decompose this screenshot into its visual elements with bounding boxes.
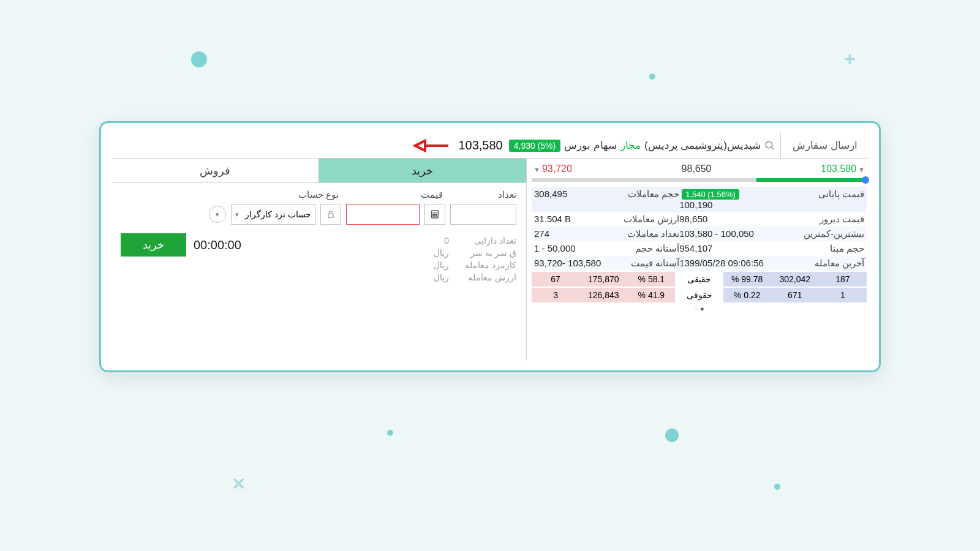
unlock-icon bbox=[326, 210, 335, 219]
top-price: 103,580 bbox=[458, 138, 502, 152]
trader-type-row-real: 187 302,042 99.78 % حقیقی 58.1 % 175,870… bbox=[532, 272, 867, 287]
calculator-icon bbox=[430, 209, 440, 219]
price-mid: 98,650 bbox=[682, 163, 712, 174]
account-select[interactable]: حساب نزد کارگزار ▾ bbox=[231, 204, 315, 225]
exchange-label: سهام بورس bbox=[564, 139, 617, 152]
stock-name[interactable]: شپدیس(پتروشیمی پردیس) bbox=[644, 139, 761, 152]
svg-rect-10 bbox=[328, 214, 333, 217]
quantity-input[interactable] bbox=[450, 204, 516, 225]
change-badge: 4,930 (5%) bbox=[509, 140, 560, 152]
calculator-button[interactable] bbox=[424, 204, 445, 225]
price-high: ▼103,580 bbox=[821, 163, 867, 174]
svg-point-4 bbox=[433, 214, 434, 214]
svg-point-6 bbox=[436, 214, 437, 214]
buy-button[interactable]: خرید bbox=[121, 233, 186, 257]
order-panel: ارسال سفارش شپدیس(پتروشیمی پردیس) مجاز س… bbox=[99, 121, 881, 372]
break-even-label: ق سر به سر bbox=[455, 248, 516, 258]
more-dropdown[interactable]: ▾ bbox=[209, 206, 226, 223]
stat-final-price: قیمت پایانی 1,540 (1.56%)100,190 حجم معا… bbox=[532, 187, 867, 212]
svg-point-7 bbox=[433, 216, 434, 216]
svg-line-1 bbox=[771, 147, 774, 149]
asset-count-label: تعداد دارایی bbox=[455, 236, 516, 246]
status-badge: مجاز bbox=[620, 139, 641, 152]
svg-point-9 bbox=[436, 216, 437, 216]
account-type-label: نوع حساب bbox=[241, 189, 339, 200]
order-form-pane: خرید فروش تعداد قیمت نوع حساب bbox=[111, 159, 526, 361]
stock-info-pane: ▼103,580 98,650 93,720▼ قیمت پایانی 1,54… bbox=[526, 159, 869, 361]
arrow-icon bbox=[413, 138, 450, 154]
price-slider[interactable] bbox=[532, 178, 867, 182]
price-low: 93,720▼ bbox=[532, 163, 572, 174]
price-label: قیمت bbox=[339, 189, 443, 200]
topbar: ارسال سفارش شپدیس(پتروشیمی پردیس) مجاز س… bbox=[111, 133, 869, 159]
stat-basevol: حجم مبنا 954,107 آستانه حجم 1 - 50,000 bbox=[532, 241, 867, 256]
break-even-value: ریال bbox=[434, 248, 449, 258]
stat-highlow: بیشترین-کمترین 103,580 - 100,050 تعداد م… bbox=[532, 227, 867, 241]
search-icon[interactable] bbox=[764, 140, 775, 151]
trade-value-label: ارزش معامله bbox=[455, 272, 516, 282]
countdown-timer: 00:00:00 bbox=[194, 238, 241, 252]
svg-point-0 bbox=[766, 141, 772, 148]
chevron-down-icon: ▾ bbox=[235, 211, 239, 219]
svg-point-5 bbox=[434, 214, 435, 214]
fee-label: کارمزد معامله bbox=[455, 260, 516, 270]
qty-label: تعداد bbox=[443, 189, 516, 200]
trader-type-row-legal: 1 671 0.22 % حقوقی 41.9 % 126,843 3 bbox=[532, 288, 867, 302]
chevron-down-icon: ▾ bbox=[216, 211, 219, 219]
tab-buy[interactable]: خرید bbox=[318, 159, 526, 183]
pager-dots[interactable]: ● ○ bbox=[532, 305, 867, 312]
stock-search-row: شپدیس(پتروشیمی پردیس) مجاز سهام بورس 4,9… bbox=[111, 138, 780, 154]
fee-value: ریال bbox=[434, 260, 449, 270]
asset-count-value: 0 bbox=[444, 236, 449, 246]
lock-button[interactable] bbox=[320, 204, 341, 225]
stat-lasttrade: آخرین معامله 1399/05/28 09:06:56 آستانه … bbox=[532, 256, 867, 271]
stat-yesterday: قیمت دیروز 98,650 ارزش معاملات 31.504 B bbox=[532, 212, 867, 227]
svg-point-8 bbox=[434, 216, 435, 216]
trade-value-value: ریال bbox=[434, 272, 449, 282]
send-order-tab[interactable]: ارسال سفارش bbox=[780, 133, 869, 158]
tab-sell[interactable]: فروش bbox=[111, 159, 318, 183]
price-input[interactable] bbox=[346, 204, 420, 225]
